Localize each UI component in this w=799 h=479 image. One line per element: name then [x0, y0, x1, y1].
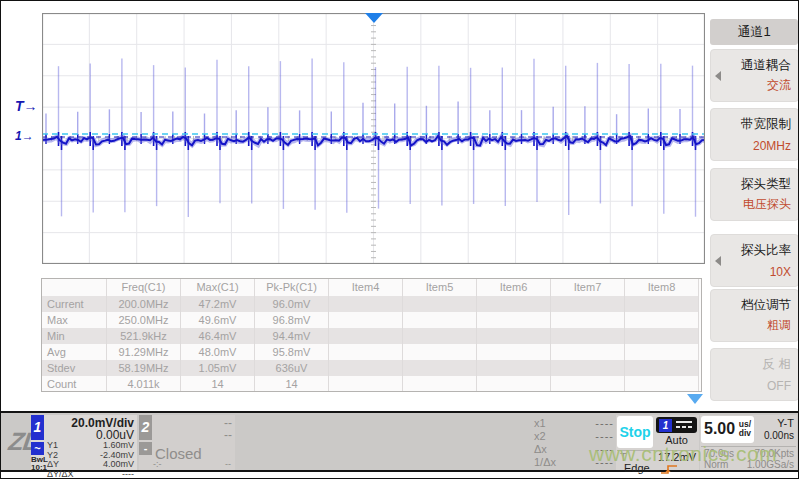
waveform-plot: [42, 13, 705, 264]
menu-item-label: 反 相: [763, 356, 791, 373]
table-cell: 521.9kHz: [107, 328, 181, 344]
trigger-level-arrow-icon: →: [24, 98, 38, 114]
menu-item-2[interactable]: 带宽限制20MHz: [710, 108, 799, 161]
table-column-header: Item6: [477, 279, 551, 296]
table-cell: 58.19MHz: [107, 360, 181, 376]
trigger-position-marker-icon[interactable]: [365, 13, 383, 23]
table-cell: 95.8mV: [255, 344, 329, 360]
table-corner-cell: [42, 279, 107, 296]
table-row-label: Avg: [42, 344, 107, 360]
probe-ratio-flag: 10:1: [31, 464, 48, 472]
table-cell: 48.0mV: [181, 344, 255, 360]
table-cell: [551, 328, 625, 344]
status-bar: ZLG® 1 20.0mV/div 0.00uV ~ BwL 10:1 Y11.…: [1, 411, 799, 472]
run-stop-indicator[interactable]: Stop: [617, 416, 653, 448]
menu-item-6[interactable]: 反 相OFF: [710, 348, 799, 401]
ac-coupling-icon: ~: [31, 442, 44, 455]
table-cell: [625, 296, 699, 312]
table-cell: [477, 344, 551, 360]
table-column-header: Item5: [403, 279, 477, 296]
readout-row: x1----: [534, 417, 614, 430]
channel2-status-block[interactable]: 2 -- -- - Closed -:---: [139, 415, 235, 470]
channel-menu-panel: 通道1 通道耦合交流带宽限制20MHz探头类型电压探头探头比率10X档位调节粗调…: [709, 1, 799, 411]
table-cell: [551, 360, 625, 376]
channel2-badge: 2: [139, 415, 152, 440]
menu-item-value: 交流: [767, 77, 791, 94]
sample-rate-row: Norm1.00GSa/s: [704, 459, 794, 470]
dc-coupling-icon: [676, 421, 692, 423]
table-scroll-down-icon[interactable]: [687, 394, 703, 404]
table-cell: [551, 344, 625, 360]
table-column-header: Freq(C1): [107, 279, 181, 296]
table-cell: 91.29MHz: [107, 344, 181, 360]
table-cell: [477, 296, 551, 312]
channel2-misc: -:---: [153, 459, 231, 469]
table-cell: [329, 360, 403, 376]
table-cell: 49.6mV: [181, 312, 255, 328]
table-cell: [403, 312, 477, 328]
table-cell: [551, 296, 625, 312]
trigger-source-badge: 1: [659, 419, 672, 432]
menu-item-1[interactable]: 通道耦合交流: [710, 49, 799, 102]
table-cell: [625, 360, 699, 376]
trigger-delay: 0.00ns: [764, 430, 794, 441]
table-cell: [477, 328, 551, 344]
table-cell: [625, 376, 699, 392]
menu-item-value: 10X: [770, 265, 791, 279]
menu-item-5[interactable]: 档位调节粗调: [710, 289, 799, 342]
menu-item-label: 带宽限制: [741, 116, 791, 133]
trigger-status-block[interactable]: Stop 1 Auto T17.2mV Edge: [616, 415, 699, 470]
cursor-readout-block: x1----x2----Δx----1/Δx----: [534, 417, 614, 469]
table-cell: 200.0MHz: [107, 296, 181, 312]
measurement-table: Freq(C1)Max(C1)Pk-Pk(C1)Item4Item5Item6I…: [41, 278, 702, 392]
readout-row: ΔY/ΔX----: [47, 470, 134, 479]
table-cell: 96.0mV: [255, 296, 329, 312]
table-cell: [403, 328, 477, 344]
table-row-label: Min: [42, 328, 107, 344]
menu-title: 通道1: [710, 19, 798, 45]
table-cell: [477, 312, 551, 328]
table-cell: [403, 360, 477, 376]
table-row-label: Current: [42, 296, 107, 312]
table-cell: [403, 376, 477, 392]
table-column-header: Item7: [551, 279, 625, 296]
submenu-arrow-icon: [715, 256, 721, 266]
oscilloscope-screen: T→ 1→ Freq(C1)Max(C1)Pk-Pk(C1)Item4Item5…: [0, 0, 799, 479]
table-column-header: Item8: [625, 279, 699, 296]
table-cell: 46.4mV: [181, 328, 255, 344]
table-cell: 4.011k: [107, 376, 181, 392]
timebase-unit: us/ div: [739, 420, 751, 438]
table-cell: [477, 376, 551, 392]
menu-item-value: 粗调: [767, 317, 791, 334]
channel2-coupling-icon: -: [139, 442, 152, 455]
table-column-header: Item4: [329, 279, 403, 296]
table-cell: [551, 312, 625, 328]
table-cell: [403, 296, 477, 312]
timebase-status-block[interactable]: 5.00 us/ div Y-T 0.00ns 70.0us70.0Kpts N…: [700, 415, 797, 470]
rising-edge-icon: [660, 463, 680, 475]
channel1-status-block[interactable]: 1 20.0mV/div 0.00uV ~ BwL 10:1 Y11.60mVY…: [31, 415, 137, 470]
readout-row: Δx----: [534, 443, 614, 456]
trigger-type: Edge: [624, 462, 650, 474]
menu-item-4[interactable]: 探头比率10X: [710, 234, 799, 287]
table-cell: 94.4mV: [255, 328, 329, 344]
menu-item-3[interactable]: 探头类型电压探头: [710, 168, 799, 221]
table-cell: 636uV: [255, 360, 329, 376]
trigger-level-marker[interactable]: T→: [15, 99, 38, 113]
menu-item-value: 20MHz: [753, 139, 791, 153]
table-column-header: Pk-Pk(C1): [255, 279, 329, 296]
timebase-scale: 5.00: [704, 420, 735, 438]
divider: [701, 446, 796, 447]
table-cell: [329, 328, 403, 344]
menu-item-label: 探头比率: [741, 242, 791, 259]
timebase-scale-box[interactable]: 5.00 us/ div: [701, 416, 754, 443]
table-cell: [329, 344, 403, 360]
submenu-arrow-icon: [715, 71, 721, 81]
table-column-header: Max(C1): [181, 279, 255, 296]
channel1-badge: 1: [31, 415, 44, 440]
menu-item-label: 通道耦合: [741, 57, 791, 74]
table-cell: [329, 312, 403, 328]
table-cell: 96.8mV: [255, 312, 329, 328]
menu-item-label: 探头类型: [741, 176, 791, 193]
channel1-position-marker[interactable]: 1→: [15, 129, 34, 143]
